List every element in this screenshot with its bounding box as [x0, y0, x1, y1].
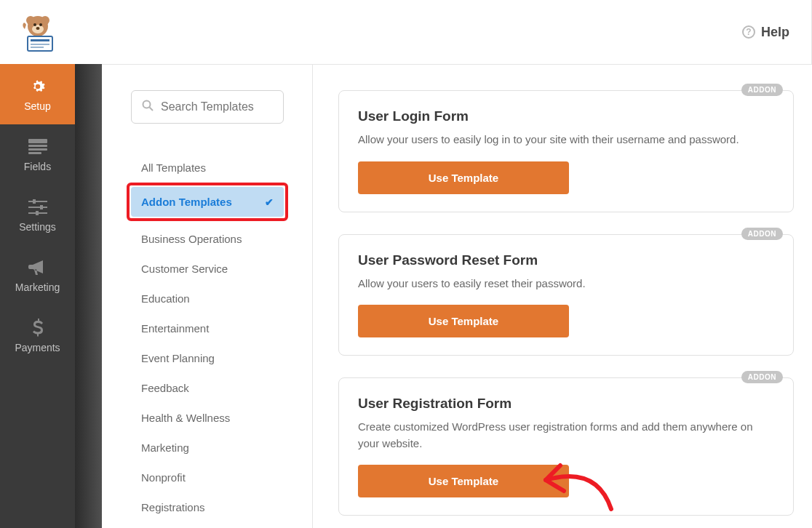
- svg-rect-17: [28, 207, 47, 208]
- category-business-operations[interactable]: Business Operations: [131, 224, 284, 254]
- svg-rect-12: [28, 145, 47, 147]
- addon-badge: ADDON: [741, 371, 783, 383]
- nav-label: Fields: [24, 161, 51, 172]
- use-template-button[interactable]: Use Template: [358, 465, 569, 497]
- nav-label: Setup: [24, 100, 51, 112]
- category-all-templates[interactable]: All Templates: [131, 153, 284, 183]
- category-nonprofit[interactable]: Nonprofit: [131, 463, 284, 492]
- category-entertainment[interactable]: Entertainment: [131, 313, 284, 343]
- check-icon: ✔: [265, 196, 274, 208]
- svg-line-22: [150, 108, 154, 111]
- addon-badge: ADDON: [741, 84, 783, 96]
- sidebar-shadow: [75, 64, 102, 528]
- nav-label: Settings: [19, 221, 56, 233]
- svg-rect-16: [33, 199, 36, 204]
- nav-settings[interactable]: Settings: [0, 185, 75, 245]
- gear-icon: [28, 77, 47, 96]
- svg-point-2: [41, 16, 49, 25]
- wpforms-logo: [17, 12, 58, 52]
- category-list: All Templates Addon Templates ✔ Business…: [131, 153, 312, 522]
- addon-badge: ADDON: [741, 228, 783, 240]
- sliders-icon: [28, 198, 47, 217]
- svg-rect-18: [40, 205, 43, 209]
- nav-payments[interactable]: Payments: [0, 305, 75, 366]
- template-description: Allow your users to easily log in to you…: [358, 132, 774, 148]
- nav-marketing[interactable]: Marketing: [0, 245, 75, 305]
- logo-area: [0, 0, 75, 64]
- template-title: User Registration Form: [358, 396, 774, 412]
- category-customer-service[interactable]: Customer Service: [131, 254, 284, 284]
- category-marketing[interactable]: Marketing: [131, 433, 284, 463]
- svg-point-4: [33, 23, 36, 26]
- templates-list: ADDON User Login Form Allow your users t…: [313, 65, 812, 528]
- svg-rect-20: [36, 211, 39, 215]
- template-description: Allow your users to easily reset their p…: [358, 276, 774, 292]
- help-label: Help: [761, 25, 789, 40]
- search-icon: [142, 100, 154, 114]
- content-area: ? Help All Templates Addon Templates ✔: [102, 0, 812, 528]
- nav-label: Marketing: [15, 281, 60, 293]
- use-template-button[interactable]: Use Template: [358, 305, 569, 337]
- template-title: User Login Form: [358, 108, 774, 124]
- template-categories-panel: All Templates Addon Templates ✔ Business…: [102, 65, 313, 528]
- template-card-user-login: ADDON User Login Form Allow your users t…: [338, 90, 794, 212]
- dollar-icon: [28, 319, 47, 337]
- template-card-user-registration: ADDON User Registration Form Create cust…: [338, 377, 794, 516]
- help-button[interactable]: ? Help: [742, 25, 789, 40]
- svg-rect-10: [31, 47, 44, 48]
- category-health-wellness[interactable]: Health & Wellness: [131, 403, 284, 433]
- category-registrations[interactable]: Registrations: [131, 492, 284, 522]
- category-feedback[interactable]: Feedback: [131, 373, 284, 403]
- use-template-button[interactable]: Use Template: [358, 161, 569, 194]
- svg-point-21: [143, 101, 151, 108]
- nav-setup[interactable]: Setup: [0, 64, 75, 124]
- app-sidebar: Setup Fields Settings Marketing Payments: [0, 0, 75, 528]
- svg-point-6: [36, 27, 39, 30]
- template-title: User Password Reset Form: [358, 252, 774, 268]
- svg-rect-8: [31, 39, 49, 41]
- megaphone-icon: [28, 258, 47, 277]
- svg-point-5: [39, 23, 42, 26]
- category-education[interactable]: Education: [131, 284, 284, 313]
- category-event-planning[interactable]: Event Planning: [131, 343, 284, 373]
- svg-rect-15: [28, 201, 47, 202]
- help-icon: ?: [742, 25, 755, 39]
- nav-label: Payments: [15, 342, 60, 353]
- annotation-highlight: Addon Templates ✔: [127, 183, 288, 221]
- search-box[interactable]: [131, 90, 284, 124]
- svg-rect-9: [31, 44, 49, 45]
- template-description: Create customized WordPress user registr…: [358, 419, 774, 452]
- form-fields-icon: [28, 137, 47, 156]
- nav-fields[interactable]: Fields: [0, 124, 75, 185]
- search-input[interactable]: [161, 100, 306, 113]
- template-card-password-reset: ADDON User Password Reset Form Allow you…: [338, 234, 794, 356]
- topbar: ? Help: [102, 0, 812, 64]
- category-addon-templates[interactable]: Addon Templates ✔: [131, 187, 284, 217]
- svg-rect-13: [28, 148, 47, 151]
- svg-rect-14: [28, 152, 41, 154]
- main-panel: All Templates Addon Templates ✔ Business…: [102, 64, 812, 528]
- svg-point-1: [26, 16, 35, 25]
- svg-rect-11: [28, 139, 47, 143]
